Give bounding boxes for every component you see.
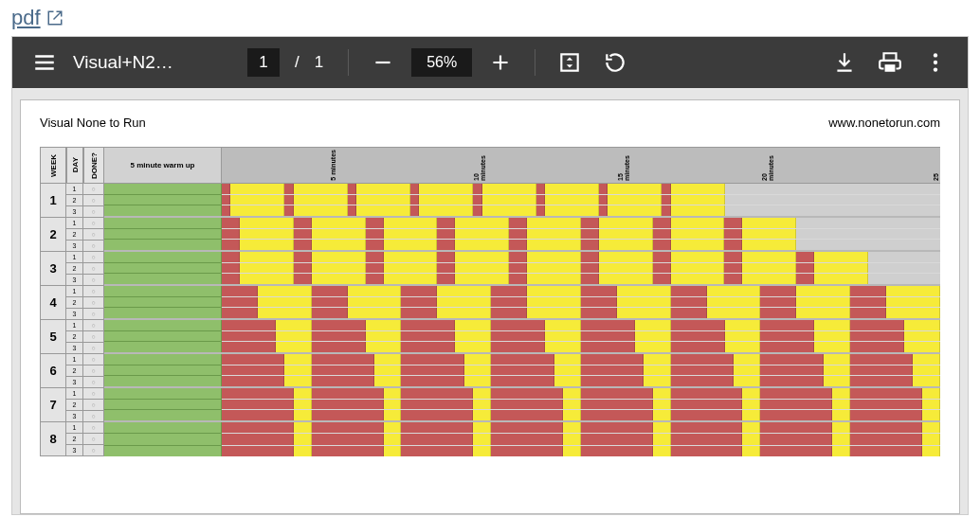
training-chart: WEEK DAY DONE? 1123○○○2123○○○3123○○○4123…: [40, 147, 940, 456]
file-link-row: pdf: [0, 0, 980, 36]
zoom-out-button[interactable]: [366, 45, 400, 80]
toolbar-divider: [348, 49, 349, 76]
rotate-icon: [603, 50, 627, 75]
done-col: ○○○: [83, 320, 104, 354]
warmup-cells: [104, 422, 222, 456]
plus-icon: [488, 50, 513, 75]
download-button[interactable]: [827, 45, 862, 80]
bar-row: [104, 422, 940, 456]
week-number: 1: [40, 184, 66, 218]
zoom-in-button[interactable]: [483, 45, 517, 80]
bar-row: [104, 388, 940, 422]
interval-lanes: [222, 252, 940, 284]
warmup-cells: [104, 388, 222, 420]
interval-lanes: [222, 320, 940, 352]
header-row: WEEK DAY DONE?: [40, 148, 104, 184]
page-number-input[interactable]: [247, 48, 280, 77]
warmup-cells: [104, 218, 222, 250]
col-day: DAY: [71, 157, 80, 172]
day-col: 123: [66, 184, 83, 218]
time-tick: 25 minutes: [933, 148, 940, 181]
file-link-text: pdf: [11, 6, 41, 30]
warmup-cells: [104, 354, 222, 386]
bar-row: [104, 320, 940, 354]
week-row: 4123○○○: [40, 286, 104, 320]
file-link[interactable]: pdf: [11, 6, 64, 30]
rotate-button[interactable]: [598, 45, 632, 80]
week-row: 6123○○○: [40, 354, 104, 388]
toolbar-divider: [535, 49, 535, 76]
doc-title-left: Visual None to Run: [40, 116, 146, 130]
svg-point-2: [934, 53, 937, 57]
print-icon: [878, 50, 902, 75]
done-col: ○○○: [83, 286, 104, 320]
col-week: WEEK: [49, 154, 58, 177]
week-row: 8123○○○: [40, 422, 104, 456]
svg-rect-1: [885, 64, 896, 72]
print-button[interactable]: [873, 45, 907, 80]
day-col: 123: [66, 354, 83, 388]
download-icon: [832, 50, 857, 75]
page-separator: /: [295, 53, 299, 72]
pdf-viewer: Visual+N2… / 1 V: [11, 36, 969, 515]
zoom-input[interactable]: [411, 48, 472, 77]
time-tick: 15 minutes: [617, 148, 630, 181]
svg-point-3: [934, 61, 937, 64]
time-tick: 5 minutes: [330, 150, 336, 181]
day-col: 123: [66, 388, 83, 422]
week-number: 2: [40, 218, 66, 252]
interval-lanes: [222, 388, 940, 420]
day-col: 123: [66, 320, 83, 354]
minus-icon: [371, 50, 395, 75]
interval-lanes: [222, 422, 940, 456]
day-col: 123: [66, 286, 83, 320]
done-col: ○○○: [83, 354, 104, 388]
week-number: 3: [40, 252, 66, 286]
week-row: 1123○○○: [40, 184, 104, 218]
svg-rect-0: [562, 54, 578, 70]
interval-lanes: [222, 218, 940, 250]
interval-lanes: [222, 286, 940, 318]
warmup-label: 5 minute warm up: [104, 148, 222, 183]
week-number: 7: [40, 388, 66, 422]
week-number: 8: [40, 422, 66, 456]
more-icon: [923, 50, 948, 75]
bar-row: [104, 252, 940, 286]
more-button[interactable]: [918, 45, 953, 80]
bar-row: [104, 218, 940, 252]
warmup-cells: [104, 320, 222, 352]
bar-row: [104, 286, 940, 320]
doc-title-right: www.nonetorun.com: [828, 116, 940, 130]
week-row: 3123○○○: [40, 252, 104, 286]
pdf-page: Visual None to Run www.nonetorun.com WEE…: [20, 99, 960, 514]
week-row: 2123○○○: [40, 218, 104, 252]
warmup-cells: [104, 184, 222, 216]
interval-lanes: [222, 184, 940, 216]
time-tick: 20 minutes: [761, 148, 774, 181]
page-total: 1: [315, 53, 323, 72]
week-number: 6: [40, 354, 66, 388]
week-row: 7123○○○: [40, 388, 104, 422]
menu-button[interactable]: [27, 45, 62, 80]
row-labels: WEEK DAY DONE? 1123○○○2123○○○3123○○○4123…: [40, 148, 104, 456]
hamburger-icon: [32, 50, 57, 75]
done-col: ○○○: [83, 184, 104, 218]
pdf-title: Visual+N2…: [73, 52, 206, 73]
week-row: 5123○○○: [40, 320, 104, 354]
done-col: ○○○: [83, 388, 104, 422]
done-col: ○○○: [83, 252, 104, 286]
interval-lanes: [222, 354, 940, 386]
external-link-icon: [46, 9, 64, 27]
day-col: 123: [66, 422, 83, 456]
time-tick: 10 minutes: [473, 148, 486, 181]
fit-page-button[interactable]: [553, 45, 587, 80]
day-col: 123: [66, 218, 83, 252]
week-number: 5: [40, 320, 66, 354]
fit-page-icon: [557, 50, 582, 75]
day-col: 123: [66, 252, 83, 286]
col-done: DONE?: [90, 152, 99, 179]
done-col: ○○○: [83, 422, 104, 456]
pdf-toolbar: Visual+N2… / 1: [12, 37, 968, 88]
page-area[interactable]: Visual None to Run www.nonetorun.com WEE…: [12, 88, 968, 514]
bar-row: [104, 354, 940, 388]
